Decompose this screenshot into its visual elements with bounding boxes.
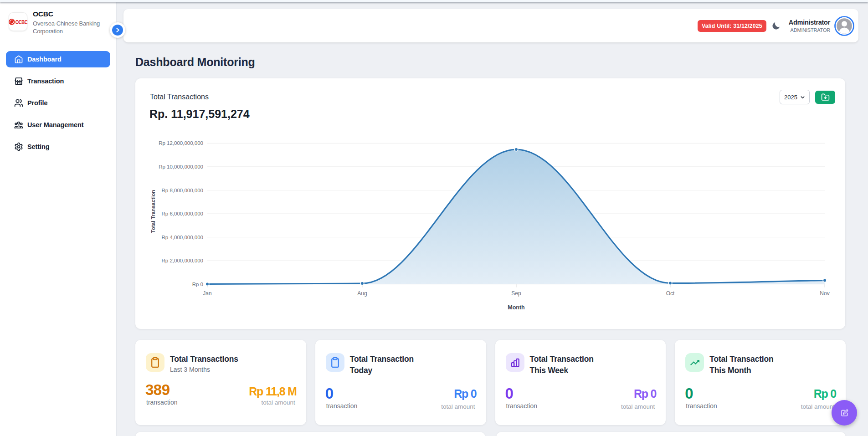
svg-text:Rp 0: Rp 0 (192, 282, 203, 287)
svg-text:Aug: Aug (357, 290, 367, 297)
svg-text:Month: Month (508, 304, 524, 311)
svg-text:Rp 2,000,000,000: Rp 2,000,000,000 (162, 258, 203, 263)
svg-text:Sep: Sep (511, 290, 521, 297)
svg-text:Rp 10,000,000,000: Rp 10,000,000,000 (159, 164, 203, 169)
svg-text:Jan: Jan (203, 290, 211, 297)
svg-text:Oct: Oct (666, 290, 675, 297)
svg-text:Rp 6,000,000,000: Rp 6,000,000,000 (162, 211, 203, 216)
svg-text:OCBC: OCBC (15, 19, 27, 25)
svg-text:Total Transaction: Total Transaction (150, 190, 156, 233)
svg-text:Rp 4,000,000,000: Rp 4,000,000,000 (162, 235, 203, 240)
svg-text:Nov: Nov (820, 290, 829, 297)
svg-text:Rp 12,000,000,000: Rp 12,000,000,000 (159, 140, 203, 146)
svg-text:Rp 8,000,000,000: Rp 8,000,000,000 (162, 188, 203, 193)
